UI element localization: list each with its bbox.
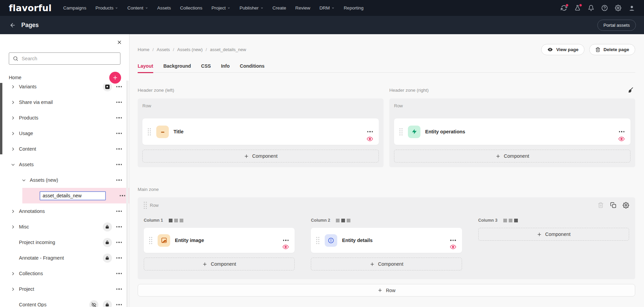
view-page-button[interactable]: View page	[541, 44, 584, 55]
visibility-eye-icon[interactable]	[450, 244, 456, 250]
sidebar-item-products[interactable]: Products	[0, 110, 129, 126]
more-menu-button[interactable]	[116, 211, 122, 212]
nav-item-create[interactable]: Create	[273, 5, 286, 10]
home-label[interactable]: Home	[9, 75, 21, 80]
sidebar-item-misc[interactable]: Misc	[0, 219, 129, 235]
chevron-down-icon[interactable]	[22, 178, 26, 182]
tab-info[interactable]: Info	[221, 63, 230, 73]
chevron-right-icon[interactable]	[11, 116, 15, 120]
drag-handle-icon[interactable]	[316, 237, 319, 244]
brand-logo[interactable]: flavorful	[9, 3, 52, 13]
component-menu-button[interactable]	[283, 240, 289, 241]
add-component-button[interactable]: Component	[142, 150, 379, 162]
visibility-eye-icon[interactable]	[282, 244, 289, 250]
drag-handle-icon[interactable]	[148, 128, 151, 135]
portal-assets-button[interactable]: Portal assets	[597, 20, 636, 31]
more-menu-button[interactable]	[116, 133, 122, 134]
nav-item-content[interactable]: Content	[127, 5, 148, 10]
refresh-icon[interactable]	[561, 5, 567, 11]
sidebar-item-annotations[interactable]: Annotations	[0, 203, 129, 219]
bell-icon[interactable]	[588, 5, 594, 11]
sidebar-item-project-incoming[interactable]: Project incoming	[0, 235, 129, 250]
sidebar-item-share-via-email[interactable]: Share via email	[0, 94, 129, 110]
column-width-selector[interactable]	[169, 219, 183, 222]
delete-page-button[interactable]: Delete page	[589, 44, 635, 55]
more-menu-button[interactable]	[116, 304, 122, 305]
more-menu-button[interactable]	[116, 257, 122, 259]
more-menu-button[interactable]	[116, 288, 122, 290]
chevron-right-icon[interactable]	[11, 147, 15, 151]
component-card-title[interactable]: Title	[142, 118, 379, 145]
nav-item-project[interactable]: Project	[211, 5, 230, 10]
sidebar-item-variants[interactable]: Variants	[0, 84, 129, 94]
tab-css[interactable]: CSS	[201, 63, 211, 73]
chevron-right-icon[interactable]	[11, 225, 15, 229]
sidebar-item-content[interactable]: Content	[0, 141, 129, 157]
nav-item-assets[interactable]: Assets	[157, 5, 171, 10]
sidebar-item-assets-new[interactable]: Assets (new)	[0, 172, 129, 188]
add-page-button[interactable]	[109, 72, 121, 84]
breadcrumb-assets[interactable]: Assets	[157, 47, 170, 52]
drag-handle-icon[interactable]	[149, 237, 152, 244]
search-input[interactable]	[22, 56, 116, 61]
sidebar-item-asset-details-new[interactable]	[22, 188, 129, 203]
visibility-eye-icon[interactable]	[367, 136, 373, 142]
duplicate-row-icon[interactable]	[610, 202, 616, 208]
add-row-button[interactable]: Row	[138, 284, 635, 297]
chevron-right-icon[interactable]	[11, 209, 15, 214]
column-width-selector[interactable]	[336, 219, 350, 222]
chevron-right-icon[interactable]	[11, 131, 15, 136]
more-menu-button[interactable]	[116, 226, 122, 227]
chevron-right-icon[interactable]	[11, 85, 15, 89]
add-component-button[interactable]: Component	[394, 150, 630, 162]
help-icon[interactable]	[601, 5, 608, 11]
component-menu-button[interactable]	[367, 131, 373, 132]
sidebar-item-content-ops[interactable]: Content Ops	[0, 297, 129, 307]
sidebar-scrollbar-track[interactable]	[126, 81, 129, 307]
column-width-selector[interactable]	[503, 219, 518, 222]
delete-row-icon[interactable]	[598, 202, 604, 208]
more-menu-button[interactable]	[116, 117, 122, 118]
flask-icon[interactable]	[574, 5, 581, 11]
component-card-entity-details[interactable]: Entity details	[311, 228, 462, 253]
sidebar-scrollbar-thumb[interactable]	[0, 83, 2, 154]
chevron-right-icon[interactable]	[11, 271, 15, 276]
tab-background[interactable]: Background	[163, 63, 191, 73]
sidebar-item-usage[interactable]: Usage	[0, 126, 129, 141]
sidebar-item-annotate-fragment[interactable]: Annotate - Fragment	[0, 250, 129, 266]
nav-item-campaigns[interactable]: Campaigns	[63, 5, 86, 10]
chevron-down-icon[interactable]	[11, 162, 15, 167]
nav-item-products[interactable]: Products	[95, 5, 118, 10]
add-component-button[interactable]: Component	[311, 258, 462, 270]
breadcrumb-assets-new[interactable]: Assets (new)	[177, 47, 203, 52]
chevron-right-icon[interactable]	[11, 287, 15, 291]
component-card-entity-image[interactable]: Entity image	[144, 228, 295, 253]
more-menu-button[interactable]	[116, 86, 122, 87]
add-component-button[interactable]: Component	[144, 258, 295, 270]
row-settings-icon[interactable]	[623, 202, 629, 209]
more-menu-button[interactable]	[116, 102, 122, 103]
close-icon[interactable]	[117, 40, 122, 45]
nav-item-review[interactable]: Review	[295, 5, 310, 10]
broom-icon[interactable]	[627, 87, 634, 94]
rename-page-input[interactable]	[40, 191, 106, 200]
drag-handle-icon[interactable]	[144, 202, 147, 209]
back-arrow-icon[interactable]	[9, 22, 16, 28]
more-menu-button[interactable]	[116, 273, 122, 274]
chevron-right-icon[interactable]	[11, 100, 15, 105]
component-card-entity-operations[interactable]: Entity operations	[394, 118, 630, 145]
add-component-button[interactable]: Component	[478, 228, 629, 241]
sidebar-item-assets[interactable]: Assets	[0, 157, 129, 172]
nav-item-collections[interactable]: Collections	[180, 5, 202, 10]
visibility-eye-icon[interactable]	[618, 136, 625, 142]
more-menu-button[interactable]	[116, 148, 122, 150]
sidebar-item-collections[interactable]: Collections	[0, 266, 129, 281]
nav-item-reporting[interactable]: Reporting	[344, 5, 364, 10]
component-menu-button[interactable]	[619, 131, 625, 132]
drag-handle-icon[interactable]	[399, 128, 402, 135]
tab-conditions[interactable]: Conditions	[240, 63, 264, 73]
user-icon[interactable]	[628, 5, 635, 12]
more-menu-button[interactable]	[116, 164, 122, 165]
more-menu-button[interactable]	[120, 195, 125, 196]
breadcrumb-home[interactable]: Home	[138, 47, 150, 52]
